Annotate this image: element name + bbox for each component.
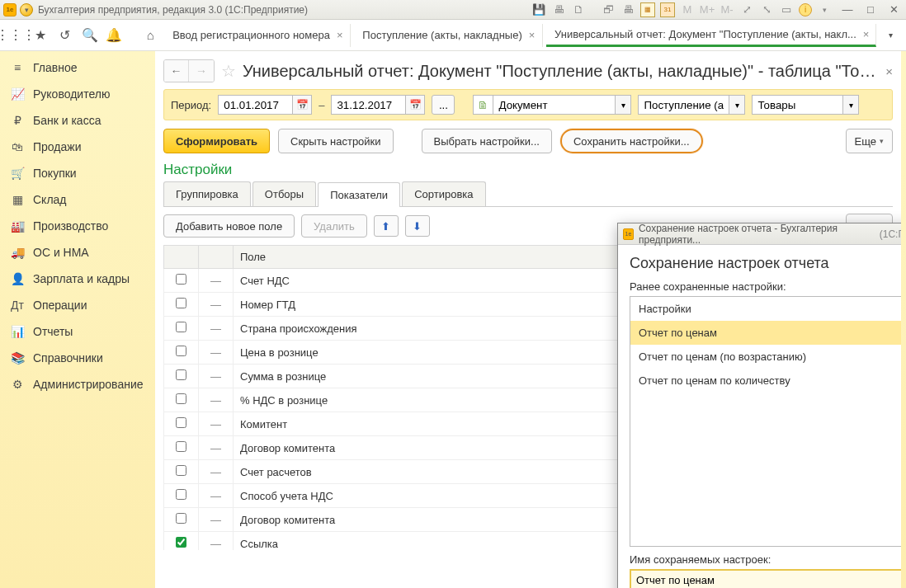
- sidebar-item-label: Администрирование: [33, 378, 144, 391]
- tabs-overflow-icon[interactable]: ▾: [880, 25, 901, 46]
- sidebar-item[interactable]: ▦Склад: [0, 186, 155, 213]
- tab-close-icon[interactable]: ×: [337, 29, 343, 41]
- page-close-icon[interactable]: ×: [885, 64, 893, 78]
- sidebar-item[interactable]: 🏭Производство: [0, 213, 155, 239]
- tab-sorting[interactable]: Сортировка: [402, 181, 485, 206]
- apps-icon[interactable]: ⋮⋮⋮: [5, 25, 26, 46]
- list-item[interactable]: Отчет по ценам (по возрастанию): [630, 345, 901, 369]
- list-item[interactable]: Настройки: [630, 297, 901, 321]
- row-checkbox[interactable]: [176, 513, 186, 524]
- row-indicator-icon: —: [199, 532, 234, 551]
- move-down-button[interactable]: ⬇: [405, 215, 430, 237]
- row-checkbox[interactable]: [176, 346, 186, 356]
- tab-filters[interactable]: Отборы: [252, 181, 316, 206]
- zoom-in-icon[interactable]: ⤡: [759, 2, 774, 17]
- date-to-input[interactable]: [331, 95, 405, 115]
- compare-icon[interactable]: 🗗: [601, 2, 616, 17]
- saved-settings-list[interactable]: НастройкиОтчет по ценамОтчет по ценам (п…: [630, 296, 901, 547]
- list-item[interactable]: Отчет по ценам по количеству: [630, 369, 901, 393]
- row-checkbox[interactable]: [176, 369, 186, 380]
- zoom-out-icon[interactable]: ⤢: [739, 2, 754, 17]
- row-checkbox[interactable]: [176, 489, 186, 500]
- close-button[interactable]: ✕: [885, 2, 903, 17]
- date-to-picker-icon[interactable]: 📅: [405, 95, 425, 115]
- subtype-combo-dropdown-icon[interactable]: ▾: [729, 95, 745, 115]
- row-checkbox[interactable]: [176, 537, 186, 548]
- nav-back-button[interactable]: ←: [164, 60, 189, 82]
- table-combo[interactable]: [752, 95, 842, 115]
- hide-settings-button[interactable]: Скрыть настройки: [278, 129, 394, 153]
- list-item[interactable]: Отчет по ценам: [630, 321, 901, 345]
- sidebar-icon: Дт: [10, 299, 25, 312]
- sidebar-item[interactable]: ⚙Администрирование: [0, 371, 155, 397]
- info-icon[interactable]: i: [799, 3, 812, 16]
- print-icon[interactable]: 🖶: [551, 2, 566, 17]
- type-combo[interactable]: [493, 95, 615, 115]
- add-field-button[interactable]: Добавить новое поле: [163, 214, 295, 238]
- mem-m[interactable]: M: [680, 2, 695, 17]
- sidebar-item[interactable]: ДтОперации: [0, 292, 155, 318]
- row-checkbox[interactable]: [176, 441, 186, 452]
- tab-postuplenie[interactable]: Поступление (акты, накладные) ×: [354, 24, 543, 47]
- row-checkbox[interactable]: [176, 298, 186, 308]
- preview-icon[interactable]: 🗋: [571, 2, 586, 17]
- pick-settings-button[interactable]: Выбрать настройки...: [422, 129, 552, 153]
- type-combo-dropdown-icon[interactable]: ▾: [615, 95, 631, 115]
- mem-mminus[interactable]: M-: [720, 2, 734, 17]
- settings-name-input[interactable]: [630, 569, 901, 588]
- tab-report[interactable]: Универсальный отчет: Документ "Поступлен…: [546, 24, 876, 47]
- notifications-icon[interactable]: 🔔: [104, 25, 125, 46]
- more-button[interactable]: Еще ▾: [846, 129, 893, 153]
- row-checkbox[interactable]: [176, 322, 186, 332]
- sidebar-item-label: Операции: [33, 299, 87, 312]
- sidebar-item[interactable]: ₽Банк и касса: [0, 107, 155, 134]
- sidebar-item[interactable]: 👤Зарплата и кадры: [0, 266, 155, 292]
- row-indicator-icon: —: [199, 412, 234, 436]
- generate-button[interactable]: Сформировать: [163, 129, 270, 153]
- row-checkbox[interactable]: [176, 274, 186, 285]
- sidebar-item[interactable]: 📈Руководителю: [0, 81, 155, 107]
- period-more-button[interactable]: ...: [432, 95, 455, 115]
- print2-icon[interactable]: 🖶: [621, 2, 635, 17]
- sidebar-item[interactable]: 🚚ОС и НМА: [0, 239, 155, 266]
- sidebar-item-label: Отчеты: [33, 325, 73, 338]
- date-from-input[interactable]: [218, 95, 292, 115]
- sidebar-item[interactable]: 📊Отчеты: [0, 318, 155, 345]
- calendar2-icon[interactable]: 31: [660, 2, 675, 17]
- tab-grouping[interactable]: Группировка: [163, 181, 251, 206]
- row-checkbox[interactable]: [176, 417, 186, 428]
- subtype-combo[interactable]: [638, 95, 729, 115]
- tab-indicators[interactable]: Показатели: [318, 182, 400, 207]
- nav-forward-button[interactable]: →: [189, 60, 214, 82]
- row-checkbox[interactable]: [176, 393, 186, 404]
- info-dropdown-icon[interactable]: ▾: [817, 2, 832, 17]
- delete-field-button[interactable]: Удалить: [301, 214, 367, 238]
- dialog-subtitle: (1С:Предприятие): [880, 228, 901, 240]
- sidebar-item[interactable]: 📚Справочники: [0, 345, 155, 371]
- row-checkbox[interactable]: [176, 465, 186, 476]
- save-settings-button[interactable]: Сохранить настройки...: [560, 129, 703, 153]
- move-up-button[interactable]: ⬆: [374, 215, 399, 237]
- mem-mplus[interactable]: M+: [700, 2, 715, 17]
- maximize-button[interactable]: □: [861, 2, 880, 17]
- search-icon[interactable]: 🔍: [79, 25, 101, 46]
- home-icon[interactable]: ⌂: [139, 25, 161, 46]
- sidebar-item[interactable]: 🛍Продажи: [0, 134, 155, 160]
- sidebar-item[interactable]: 🛒Покупки: [0, 160, 155, 186]
- table-combo-dropdown-icon[interactable]: ▾: [842, 95, 859, 115]
- minimize-button[interactable]: —: [838, 2, 856, 17]
- tab-close-icon[interactable]: ×: [529, 29, 536, 41]
- tab-close-icon[interactable]: ×: [863, 28, 870, 40]
- favorite-icon[interactable]: ★: [30, 25, 51, 46]
- save-icon[interactable]: 💾: [531, 2, 546, 17]
- app-menu-dropdown-icon[interactable]: ▾: [20, 3, 33, 16]
- calc-icon[interactable]: ▭: [779, 2, 794, 17]
- sidebar-item[interactable]: ≡Главное: [0, 54, 155, 81]
- history-icon[interactable]: ↺: [54, 25, 76, 46]
- dialog-title: Сохранение настроек отчета - Бухгалтерия…: [639, 223, 880, 246]
- calendar-icon[interactable]: ▦: [640, 2, 655, 17]
- favorite-star-icon[interactable]: ☆: [221, 61, 236, 81]
- right-gutter: [901, 51, 906, 588]
- tab-registration[interactable]: Ввод регистрационного номера ×: [164, 24, 351, 47]
- date-from-picker-icon[interactable]: 📅: [292, 95, 312, 115]
